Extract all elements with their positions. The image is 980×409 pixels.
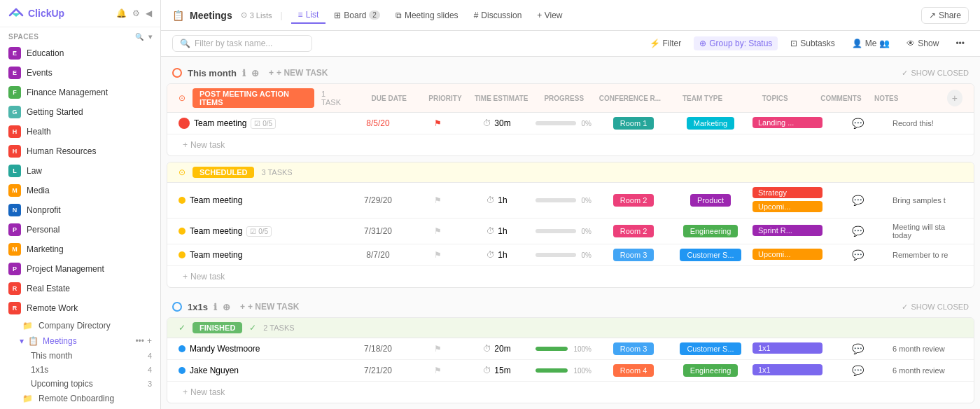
meetings-add-icon[interactable]: + bbox=[147, 336, 152, 346]
sidebar-item-marketing[interactable]: M Marketing bbox=[0, 240, 160, 259]
task-name[interactable]: Team meeting bbox=[190, 226, 242, 236]
sidebar-subitem-this-month[interactable]: This month 4 bbox=[0, 349, 160, 363]
task-name[interactable]: Team meeting bbox=[190, 250, 242, 260]
subtask-count[interactable]: ☑ 0/5 bbox=[246, 226, 272, 237]
me-group-icon: 👥 bbox=[879, 39, 890, 48]
nav-add-view[interactable]: + View bbox=[530, 8, 569, 23]
sidebar-item-real-estate[interactable]: R Real Estate bbox=[0, 279, 160, 298]
team-type-cell: Customer S... bbox=[676, 249, 746, 261]
check-icon: ✓ bbox=[902, 69, 908, 78]
add-task-scheduled[interactable]: + New task bbox=[178, 270, 962, 283]
nav-list[interactable]: ≡ List bbox=[291, 7, 326, 24]
sidebar-item-education[interactable]: E Education bbox=[0, 43, 160, 63]
new-task-icon: + bbox=[240, 302, 245, 312]
subtask-count[interactable]: ☑ 0/5 bbox=[251, 118, 276, 129]
logo[interactable]: ClickUp bbox=[8, 6, 64, 21]
comment-cell[interactable]: 💬 bbox=[830, 118, 886, 129]
task-name[interactable]: Jake Nguyen bbox=[190, 366, 239, 375]
add-task-post-meeting[interactable]: + New task bbox=[178, 139, 962, 151]
progress-text: 0% bbox=[582, 228, 592, 235]
sidebar-item-finance[interactable]: F Finance Management bbox=[0, 83, 160, 102]
list-icon: ⊙ bbox=[241, 11, 247, 20]
more-options-button[interactable]: ••• bbox=[951, 36, 969, 50]
meetings-more-icon[interactable]: ••• bbox=[135, 336, 144, 346]
hr-avatar: H bbox=[8, 145, 21, 158]
post-meeting-table: ⊙ POST MEETING ACTION ITEMS 1 TASK DUE D… bbox=[167, 83, 974, 156]
show-closed-1x1s[interactable]: ✓ SHOW CLOSED bbox=[902, 303, 969, 312]
comment-cell[interactable]: 💬 bbox=[830, 226, 886, 237]
sidebar-item-events[interactable]: E Events bbox=[0, 63, 160, 83]
new-task-row-finished: + New task bbox=[167, 382, 974, 403]
filter-icon: ⚡ bbox=[650, 39, 660, 48]
me-button[interactable]: 👤 Me 👥 bbox=[848, 36, 895, 50]
1x1s-info-icon[interactable]: ℹ bbox=[214, 302, 217, 312]
time-est-cell: ⏱ 30m bbox=[465, 118, 528, 128]
marketing-avatar: M bbox=[8, 243, 21, 256]
task-name[interactable]: Team meeting bbox=[194, 118, 246, 128]
priority-cell[interactable]: ⚑ bbox=[416, 118, 458, 128]
conference-room-cell: Room 3 bbox=[598, 342, 668, 355]
sidebar-item-media[interactable]: M Media bbox=[0, 181, 160, 200]
task-name[interactable]: Mandy Westmoore bbox=[190, 344, 260, 354]
comment-cell[interactable]: 💬 bbox=[830, 365, 886, 376]
sidebar-item-law[interactable]: L Law bbox=[0, 161, 160, 181]
nav-meeting-slides[interactable]: ⧉ Meeting slides bbox=[388, 8, 465, 23]
sidebar-item-health[interactable]: H Health bbox=[0, 122, 160, 141]
show-icon: 👁 bbox=[906, 39, 915, 48]
search-spaces-icon[interactable]: 🔍 bbox=[135, 33, 144, 41]
task-name[interactable]: Team meeting bbox=[190, 195, 242, 205]
comment-cell[interactable]: 💬 bbox=[830, 249, 886, 261]
comment-cell[interactable]: 💬 bbox=[830, 343, 886, 354]
sidebar-subitem-1x1s[interactable]: 1x1s 4 bbox=[0, 363, 160, 377]
settings-icon[interactable]: ⚙ bbox=[132, 8, 140, 18]
sidebar-item-remote-work[interactable]: R Remote Work bbox=[0, 298, 160, 318]
priority-cell[interactable]: ⚑ bbox=[416, 226, 458, 236]
1x1s-title: 1x1s ℹ ⊕ + + NEW TASK bbox=[172, 300, 303, 313]
meetings-label[interactable]: ▾ 📋 Meetings bbox=[20, 336, 77, 346]
show-closed-this-month[interactable]: ✓ SHOW CLOSED bbox=[902, 69, 969, 78]
team-type-cell: Engineering bbox=[676, 364, 746, 377]
events-avatar: E bbox=[8, 67, 21, 79]
sidebar-subitem-upcoming-topics[interactable]: Upcoming topics 3 bbox=[0, 377, 160, 391]
notification-icon[interactable]: 🔔 bbox=[116, 8, 127, 18]
sidebar-item-remote-onboarding[interactable]: 📁 Remote Onboarding bbox=[0, 391, 160, 406]
1x1s-new-task[interactable]: + + NEW TASK bbox=[236, 300, 303, 313]
time-est-value: 15m bbox=[494, 366, 510, 375]
collapse-icon[interactable]: ◀ bbox=[146, 8, 152, 18]
priority-cell[interactable]: ⚑ bbox=[416, 344, 458, 354]
priority-cell[interactable]: ⚑ bbox=[416, 366, 458, 375]
table-row: Mandy Westmoore 7/18/20 ⚑ ⏱ 20m 100% Roo… bbox=[167, 338, 974, 360]
expand-icon[interactable]: ▾ bbox=[148, 33, 153, 41]
clock-icon: ⏱ bbox=[486, 195, 495, 205]
sidebar-item-pm[interactable]: P Project Management bbox=[0, 259, 160, 279]
show-button[interactable]: 👁 Show bbox=[902, 36, 943, 50]
share-button[interactable]: ↗ Share bbox=[921, 7, 969, 24]
add-column-button[interactable]: + bbox=[947, 90, 962, 106]
1x1s-settings-icon[interactable]: ⊕ bbox=[223, 302, 230, 312]
sidebar-item-getting-started[interactable]: G Getting Started bbox=[0, 102, 160, 122]
comment-cell[interactable]: 💬 bbox=[830, 195, 886, 206]
priority-cell[interactable]: ⚑ bbox=[416, 195, 458, 205]
filter-button[interactable]: ⚡ Filter bbox=[645, 36, 686, 50]
flag-gray-icon: ⚑ bbox=[434, 366, 442, 375]
this-month-info-icon[interactable]: ℹ bbox=[242, 68, 246, 78]
subtasks-button[interactable]: ⊡ Subtasks bbox=[786, 36, 839, 50]
nav-board[interactable]: ⊞ Board 2 bbox=[327, 8, 387, 23]
notes-cell: Meeting will sta today bbox=[892, 223, 962, 240]
this-month-settings-icon[interactable]: ⊕ bbox=[251, 68, 259, 78]
law-label: Law bbox=[27, 166, 42, 176]
this-month-new-task[interactable]: + + NEW TASK bbox=[265, 67, 332, 79]
add-icon: + bbox=[183, 387, 188, 397]
nav-discussion[interactable]: # Discussion bbox=[467, 8, 529, 23]
search-box[interactable]: 🔍 Filter by task name... bbox=[172, 35, 312, 52]
sidebar-item-nonprofit[interactable]: N Nonprofit bbox=[0, 200, 160, 220]
sidebar-item-company-directory[interactable]: 📁 Company Directory bbox=[0, 318, 160, 333]
sidebar-item-team-requests[interactable]: 📁 Team Requests bbox=[0, 406, 160, 409]
add-task-finished[interactable]: + New task bbox=[178, 386, 962, 398]
priority-cell[interactable]: ⚑ bbox=[416, 250, 458, 260]
group-by-button[interactable]: ⊕ Group by: Status bbox=[694, 36, 778, 50]
task-name-cell: Team meeting ☑ 0/5 bbox=[178, 118, 340, 129]
sidebar-item-hr[interactable]: H Human Resources bbox=[0, 141, 160, 161]
sidebar-item-personal[interactable]: P Personal bbox=[0, 220, 160, 240]
time-est-value: 30m bbox=[494, 118, 510, 128]
